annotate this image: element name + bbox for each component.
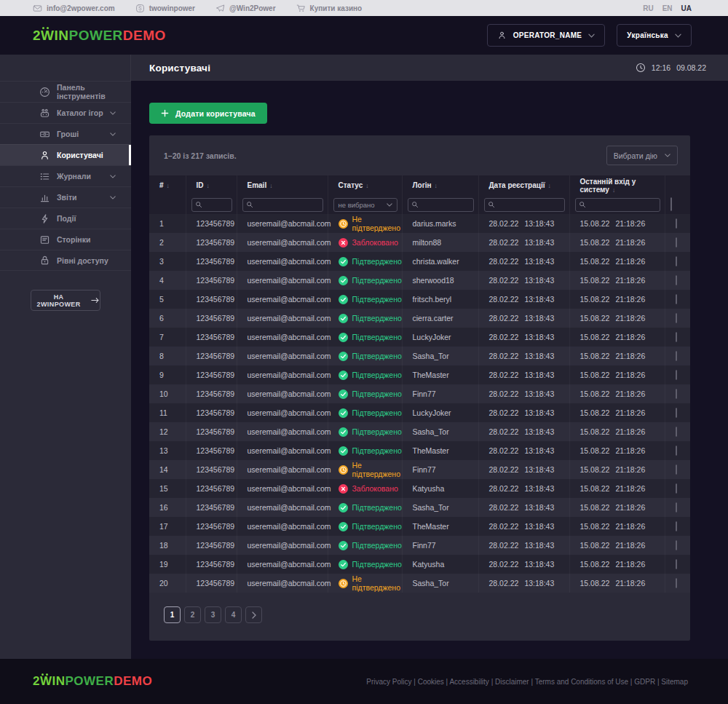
filter-input-reg[interactable] xyxy=(485,201,564,209)
cell-email: useremail@abcmail.com xyxy=(237,460,328,479)
logs-icon xyxy=(39,171,50,182)
col-header-email[interactable]: Email↓ xyxy=(237,175,328,195)
filter-input-email[interactable] xyxy=(243,201,323,209)
logo-dots xyxy=(41,673,44,676)
row-checkbox[interactable] xyxy=(676,559,677,569)
topbar-lang-ru[interactable]: RU xyxy=(643,4,653,12)
row-checkbox[interactable] xyxy=(676,540,677,550)
to-2winpower-button[interactable]: НА 2WINPOWER xyxy=(31,290,100,311)
cell-last-login: 15.08.2221:18:26 xyxy=(569,328,665,347)
cell-status: Не підтверджено xyxy=(328,460,402,479)
col-header-reg[interactable]: Дата реєстрації↓ xyxy=(478,175,569,195)
select-all-checkbox[interactable] xyxy=(670,197,672,211)
col-header-num[interactable]: #↓ xyxy=(149,175,186,195)
cell-login: cierra.carter xyxy=(402,309,478,328)
footer-logo[interactable]: 2WINPOWERDEMO xyxy=(33,674,152,689)
sidebar-item-journals[interactable]: Журнали xyxy=(0,165,131,186)
row-checkbox[interactable] xyxy=(676,332,677,342)
cell-id: 123456789 xyxy=(186,422,237,441)
action-select[interactable]: Вибрати дію xyxy=(606,146,678,165)
status-confirmed-icon xyxy=(339,352,348,361)
row-checkbox[interactable] xyxy=(676,313,677,323)
sidebar-item-events[interactable]: Події xyxy=(0,207,131,229)
col-header-last[interactable]: Останній вхід у систему↓ xyxy=(569,175,665,195)
footer-link-terms-and-conditions-of-use[interactable]: Terms and Conditions of Use xyxy=(535,678,628,686)
row-checkbox[interactable] xyxy=(676,521,677,531)
row-checkbox[interactable] xyxy=(676,446,677,456)
cell-login: LuckyJoker xyxy=(402,328,478,347)
footer-link-sitemap[interactable]: Sitemap xyxy=(661,678,688,686)
row-checkbox[interactable] xyxy=(676,464,677,475)
language-dropdown[interactable]: Українська xyxy=(617,24,692,47)
row-checkbox[interactable] xyxy=(676,483,677,494)
cell-reg-date: 28.02.2213:18:43 xyxy=(478,290,569,309)
status-blocked-icon xyxy=(339,484,348,494)
cell-reg-date: 28.02.2213:18:43 xyxy=(478,271,569,290)
cell-id: 123456789 xyxy=(186,460,237,479)
cell-status: Підтверджено xyxy=(328,441,402,460)
col-header-id[interactable]: ID↓ xyxy=(186,175,237,195)
topbar-links: info@2wpower.comtwowinpower@Win2PowerКуп… xyxy=(33,4,362,13)
footer-link-disclaimer[interactable]: Disclaimer xyxy=(495,678,529,686)
logo[interactable]: 2WINPOWERDEMO xyxy=(33,28,166,44)
sidebar-item-users[interactable]: Користувачі xyxy=(0,144,131,165)
add-user-button[interactable]: Додати користувача xyxy=(149,103,267,124)
footer: 2WINPOWERDEMO Privacy Policy | Cookies |… xyxy=(0,659,728,704)
page-button-2[interactable]: 2 xyxy=(184,606,201,623)
row-checkbox[interactable] xyxy=(676,427,677,437)
chevron-down-icon xyxy=(110,175,116,178)
row-checkbox[interactable] xyxy=(676,275,677,285)
row-checkbox[interactable] xyxy=(676,256,677,266)
next-page-button[interactable] xyxy=(245,606,262,623)
row-checkbox[interactable] xyxy=(676,502,677,513)
row-checkbox[interactable] xyxy=(676,351,677,361)
sidebar-item-pages[interactable]: Сторінки xyxy=(0,229,131,250)
status-confirmed-icon xyxy=(339,522,348,531)
row-checkbox[interactable] xyxy=(676,389,677,399)
sort-icon: ↓ xyxy=(612,186,615,194)
table-row: 7123456789useremail@abcmail.comПідтвердж… xyxy=(149,328,690,347)
row-checkbox[interactable] xyxy=(676,294,677,304)
topbar-link-email[interactable]: info@2wpower.com xyxy=(33,4,115,13)
footer-links: Privacy Policy | Cookies | Accessibility… xyxy=(366,678,688,686)
cell-status: Підтверджено xyxy=(328,328,402,347)
footer-link-gdpr[interactable]: GDPR xyxy=(634,678,655,686)
cell-status: Підтверджено xyxy=(328,365,402,384)
topbar-link-telegram[interactable]: @Win2Power xyxy=(215,4,276,13)
cell-login: Sasha_Tor xyxy=(402,347,478,365)
footer-link-cookies[interactable]: Cookies xyxy=(418,678,444,686)
sidebar-item-games-catalog[interactable]: Каталог ігор xyxy=(0,102,131,123)
row-checkbox[interactable] xyxy=(676,237,677,248)
filter-select-status[interactable]: не вибрано xyxy=(333,198,397,212)
table-row: 16123456789useremail@abcmail.comПідтверд… xyxy=(149,498,690,517)
status-unconfirmed-icon xyxy=(339,219,348,229)
sidebar-item-reports[interactable]: Звіти xyxy=(0,186,131,207)
table-row: 9123456789useremail@abcmail.comПідтвердж… xyxy=(149,365,690,384)
row-checkbox[interactable] xyxy=(676,370,677,380)
sidebar-item-access-levels[interactable]: Рівні доступу xyxy=(0,250,131,271)
row-checkbox[interactable] xyxy=(676,218,677,229)
col-header-login[interactable]: Логін↓ xyxy=(402,175,478,195)
row-checkbox[interactable] xyxy=(676,578,677,588)
sidebar-item-money[interactable]: Гроші xyxy=(0,123,131,144)
filter-input-last[interactable] xyxy=(576,201,660,209)
footer-link-privacy-policy[interactable]: Privacy Policy xyxy=(366,678,411,686)
operator-dropdown[interactable]: OPERATOR_NAME xyxy=(487,24,606,47)
topbar-link-buy-casino[interactable]: Купити казино xyxy=(296,4,363,13)
col-header-status[interactable]: Статус↓ xyxy=(328,175,402,195)
table-row: 1123456789useremail@abcmail.comНе підтве… xyxy=(149,214,690,233)
clock-icon xyxy=(636,63,646,73)
sidebar-item-dashboard[interactable]: Панель інструментів xyxy=(0,81,131,102)
cell-status: Підтверджено xyxy=(328,252,402,271)
row-checkbox[interactable] xyxy=(676,408,677,418)
cell-last-login: 15.08.2221:18:26 xyxy=(569,309,665,328)
topbar-lang-en[interactable]: EN xyxy=(662,4,673,12)
chevron-down-icon xyxy=(588,33,595,38)
topbar-link-skype[interactable]: twowinpower xyxy=(135,4,195,13)
page-button-4[interactable]: 4 xyxy=(225,606,242,623)
search-icon xyxy=(488,201,495,208)
footer-link-accessibility[interactable]: Accessibility xyxy=(449,678,488,686)
topbar-lang-ua[interactable]: UA xyxy=(681,4,692,12)
page-button-3[interactable]: 3 xyxy=(205,606,221,623)
page-button-1[interactable]: 1 xyxy=(164,606,181,623)
